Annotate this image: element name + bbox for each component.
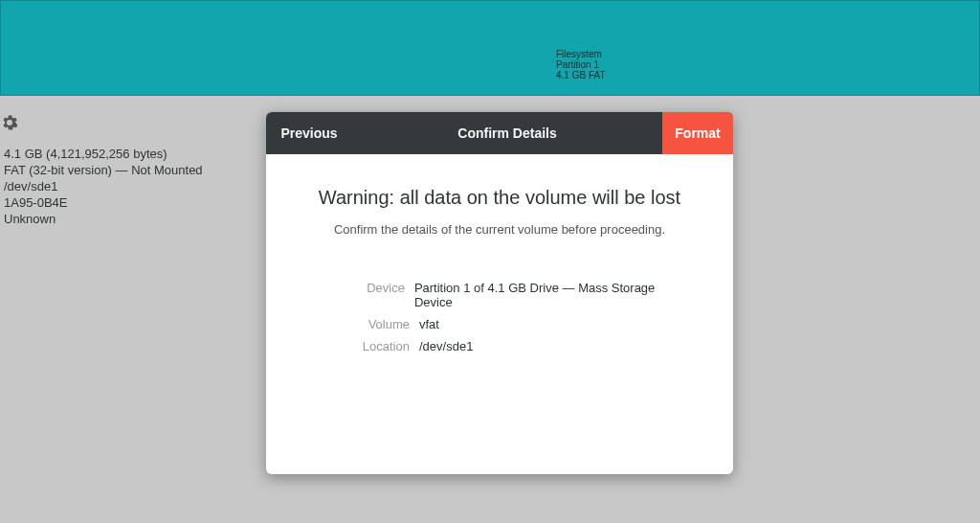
detail-row-location: Location /dev/sde1 <box>318 339 681 353</box>
volume-details: 4.1 GB (4,121,952,256 bytes) FAT (32-bit… <box>4 146 203 227</box>
partition-map[interactable]: Filesystem Partition 1 4.1 GB FAT <box>0 0 980 96</box>
detail-value: vfat <box>419 317 439 331</box>
volume-size: 4.1 GB (4,121,952,256 bytes) <box>4 146 203 162</box>
warning-title: Warning: all data on the volume will be … <box>304 187 695 209</box>
partition-map-size-line: 4.1 GB FAT <box>556 70 606 80</box>
detail-value: Partition 1 of 4.1 GB Drive — Mass Stora… <box>414 281 681 309</box>
volume-options-button[interactable] <box>2 115 17 134</box>
detail-row-device: Device Partition 1 of 4.1 GB Drive — Mas… <box>318 281 681 309</box>
gear-icon <box>2 117 17 133</box>
dialog-header: Previous Confirm Details Format <box>266 112 733 154</box>
detail-row-volume: Volume vfat <box>318 317 681 331</box>
dialog-body: Warning: all data on the volume will be … <box>266 154 733 474</box>
volume-device: /dev/sde1 <box>4 178 203 194</box>
dialog-title: Confirm Details <box>352 112 662 154</box>
detail-value: /dev/sde1 <box>419 339 473 353</box>
volume-fs: FAT (32-bit version) — Not Mounted <box>4 162 203 178</box>
format-confirm-dialog: Previous Confirm Details Format Warning:… <box>266 112 733 474</box>
partition-map-num-line: Partition 1 <box>556 59 606 70</box>
detail-label: Device <box>318 281 405 309</box>
warning-subtitle: Confirm the details of the current volum… <box>304 222 695 237</box>
partition-map-fs-line: Filesystem <box>556 49 606 59</box>
detail-label: Volume <box>318 317 410 331</box>
volume-extra: Unknown <box>4 211 203 227</box>
volume-uuid: 1A95-0B4E <box>4 194 203 211</box>
detail-label: Location <box>318 339 410 353</box>
format-button[interactable]: Format <box>662 112 733 154</box>
previous-button[interactable]: Previous <box>266 112 352 154</box>
partition-map-info: Filesystem Partition 1 4.1 GB FAT <box>556 49 606 80</box>
